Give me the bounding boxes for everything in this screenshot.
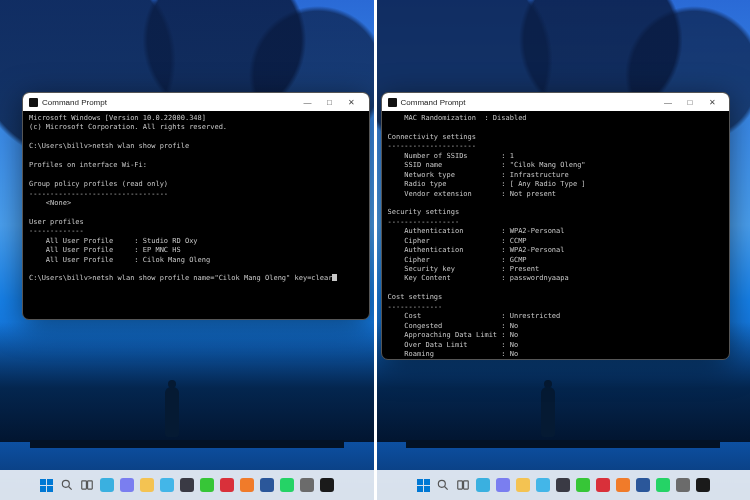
line: Over Data Limit : No	[388, 341, 519, 349]
titlebar[interactable]: Command Prompt — □ ✕	[382, 93, 730, 111]
line: <None>	[29, 199, 71, 207]
line: ---------------------	[388, 142, 477, 150]
taskbar-start-icon[interactable]	[415, 477, 431, 493]
taskbar-start-icon[interactable]	[39, 477, 55, 493]
line: -----------------	[388, 218, 460, 226]
maximize-button[interactable]: □	[679, 98, 701, 107]
line: MAC Randomization : Disabled	[388, 114, 527, 122]
wallpaper-figure	[536, 380, 560, 440]
taskbar-file-explorer-icon[interactable]	[515, 477, 531, 493]
line: Authentication : WPA2-Personal	[388, 227, 565, 235]
line: All User Profile : Studio RD Oxy	[29, 237, 198, 245]
taskbar-whatsapp-icon[interactable]	[655, 477, 671, 493]
svg-rect-3	[87, 481, 92, 489]
line: Congested : No	[388, 322, 519, 330]
line: Microsoft Windows [Version 10.0.22000.34…	[29, 114, 206, 122]
window-title: Command Prompt	[401, 98, 466, 107]
taskbar-line-icon[interactable]	[575, 477, 591, 493]
taskbar-line-icon[interactable]	[199, 477, 215, 493]
line: Connectivity settings	[388, 133, 477, 141]
cursor	[332, 274, 337, 281]
terminal-output[interactable]: MAC Randomization : Disabled Connectivit…	[382, 111, 730, 360]
taskbar-chat-icon[interactable]	[495, 477, 511, 493]
left-pane: Command Prompt — □ ✕ Microsoft Windows […	[0, 0, 374, 500]
line: (c) Microsoft Corporation. All rights re…	[29, 123, 227, 131]
taskbar-firefox-icon[interactable]	[615, 477, 631, 493]
line: Approaching Data Limit : No	[388, 331, 519, 339]
command-prompt-window[interactable]: Command Prompt — □ ✕ Microsoft Windows […	[22, 92, 370, 320]
line: Cost : Unrestricted	[388, 312, 561, 320]
line: Profiles on interface Wi-Fi:	[29, 161, 147, 169]
wallpaper-figure	[160, 380, 184, 440]
line: Security settings	[388, 208, 460, 216]
svg-rect-6	[458, 481, 463, 489]
minimize-button[interactable]: —	[657, 98, 679, 107]
svg-rect-2	[82, 481, 87, 489]
taskbar-terminal-icon[interactable]	[695, 477, 711, 493]
line: Group policy profiles (read only)	[29, 180, 168, 188]
taskbar-widgets-icon[interactable]	[99, 477, 115, 493]
line: Authentication : WPA2-Personal	[388, 246, 565, 254]
taskbar-whatsapp-icon[interactable]	[279, 477, 295, 493]
cmd-icon	[388, 98, 397, 107]
line: Roaming : No	[388, 350, 519, 358]
taskbar-edge-icon[interactable]	[159, 477, 175, 493]
taskbar-search-icon[interactable]	[59, 477, 75, 493]
line: Network type : Infrastructure	[388, 171, 569, 179]
taskbar-widgets-icon[interactable]	[475, 477, 491, 493]
right-pane: Command Prompt — □ ✕ MAC Randomization :…	[377, 0, 751, 500]
line: User profiles	[29, 218, 84, 226]
line: Cost settings	[388, 293, 443, 301]
terminal-output[interactable]: Microsoft Windows [Version 10.0.22000.34…	[23, 111, 369, 287]
taskbar-edge-icon[interactable]	[535, 477, 551, 493]
svg-point-4	[439, 480, 446, 487]
line: All User Profile : EP MNC HS	[29, 246, 181, 254]
line: SSID name : "Cilok Mang Oleng"	[388, 161, 586, 169]
line: Cipher : CCMP	[388, 237, 527, 245]
line: All User Profile : Cilok Mang Oleng	[29, 256, 210, 264]
taskbar-terminal-icon[interactable]	[319, 477, 335, 493]
command-prompt-window[interactable]: Command Prompt — □ ✕ MAC Randomization :…	[381, 92, 731, 360]
maximize-button[interactable]: □	[319, 98, 341, 107]
svg-line-1	[69, 487, 72, 490]
taskbar-store-icon[interactable]	[179, 477, 195, 493]
line: Vendor extension : Not present	[388, 190, 557, 198]
window-title: Command Prompt	[42, 98, 107, 107]
line: Radio type : [ Any Radio Type ]	[388, 180, 586, 188]
taskbar-word-icon[interactable]	[259, 477, 275, 493]
line: Cost Source : Default	[388, 359, 540, 360]
taskbar-task-view-icon[interactable]	[455, 477, 471, 493]
taskbar-word-icon[interactable]	[635, 477, 651, 493]
line: Security key : Present	[388, 265, 540, 273]
close-button[interactable]: ✕	[341, 98, 363, 107]
taskbar-search-icon[interactable]	[435, 477, 451, 493]
line: ---------------------------------	[29, 190, 168, 198]
close-button[interactable]: ✕	[701, 98, 723, 107]
taskbar-mcafee-icon[interactable]	[219, 477, 235, 493]
taskbar[interactable]	[0, 470, 374, 500]
svg-line-5	[445, 487, 448, 490]
line: -------------	[29, 227, 84, 235]
taskbar[interactable]	[377, 470, 751, 500]
line: Number of SSIDs : 1	[388, 152, 514, 160]
minimize-button[interactable]: —	[297, 98, 319, 107]
taskbar-chat-icon[interactable]	[119, 477, 135, 493]
svg-point-0	[62, 480, 69, 487]
taskbar-firefox-icon[interactable]	[239, 477, 255, 493]
svg-rect-7	[464, 481, 469, 489]
line: C:\Users\billv>netsh wlan show profile n…	[29, 274, 332, 282]
taskbar-mcafee-icon[interactable]	[595, 477, 611, 493]
line: C:\Users\billv>netsh wlan show profile	[29, 142, 189, 150]
line: -------------	[388, 303, 443, 311]
taskbar-file-explorer-icon[interactable]	[139, 477, 155, 493]
taskbar-task-view-icon[interactable]	[79, 477, 95, 493]
line: Key Content : passwordnyaapa	[388, 274, 569, 282]
taskbar-store-icon[interactable]	[555, 477, 571, 493]
titlebar[interactable]: Command Prompt — □ ✕	[23, 93, 369, 111]
wallpaper-pier	[406, 440, 720, 448]
taskbar-app-gray-icon[interactable]	[299, 477, 315, 493]
cmd-icon	[29, 98, 38, 107]
taskbar-app-gray-icon[interactable]	[675, 477, 691, 493]
wallpaper-pier	[30, 440, 344, 448]
line: Cipher : GCMP	[388, 256, 527, 264]
